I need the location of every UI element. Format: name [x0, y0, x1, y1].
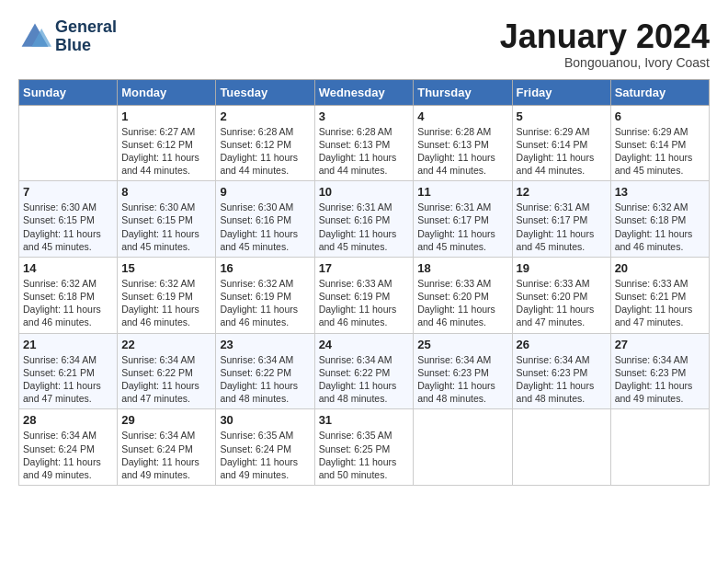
day-number: 29	[121, 413, 211, 427]
day-number: 9	[220, 185, 310, 199]
col-header-tuesday: Tuesday	[216, 79, 314, 105]
cell-info: Sunrise: 6:30 AMSunset: 6:16 PMDaylight:…	[220, 201, 310, 253]
day-number: 8	[121, 185, 211, 199]
day-number: 13	[615, 185, 705, 199]
cell-info: Sunrise: 6:35 AMSunset: 6:25 PMDaylight:…	[319, 429, 410, 481]
week-row-4: 21Sunrise: 6:34 AMSunset: 6:21 PMDayligh…	[19, 333, 710, 409]
cell-info: Sunrise: 6:28 AMSunset: 6:13 PMDaylight:…	[319, 125, 410, 178]
calendar-cell: 17Sunrise: 6:33 AMSunset: 6:19 PMDayligh…	[314, 257, 414, 333]
calendar-cell: 14Sunrise: 6:32 AMSunset: 6:18 PMDayligh…	[19, 257, 118, 333]
calendar-cell: 8Sunrise: 6:30 AMSunset: 6:15 PMDaylight…	[118, 181, 216, 258]
calendar-cell	[414, 409, 512, 486]
cell-info: Sunrise: 6:34 AMSunset: 6:22 PMDaylight:…	[121, 353, 211, 406]
calendar-cell: 27Sunrise: 6:34 AMSunset: 6:23 PMDayligh…	[610, 333, 709, 409]
calendar-cell	[512, 409, 610, 486]
col-header-saturday: Saturday	[610, 79, 709, 105]
calendar-cell: 9Sunrise: 6:30 AMSunset: 6:16 PMDaylight…	[216, 181, 314, 258]
calendar-cell	[610, 409, 709, 486]
cell-info: Sunrise: 6:28 AMSunset: 6:12 PMDaylight:…	[220, 125, 310, 178]
cell-info: Sunrise: 6:33 AMSunset: 6:21 PMDaylight:…	[615, 277, 705, 329]
cell-info: Sunrise: 6:33 AMSunset: 6:20 PMDaylight:…	[517, 277, 607, 329]
day-number: 7	[23, 185, 113, 199]
day-number: 15	[121, 261, 211, 275]
col-header-monday: Monday	[118, 79, 216, 105]
calendar-cell: 25Sunrise: 6:34 AMSunset: 6:23 PMDayligh…	[414, 333, 512, 409]
day-number: 11	[417, 185, 507, 199]
cell-info: Sunrise: 6:34 AMSunset: 6:22 PMDaylight:…	[319, 353, 410, 406]
calendar-cell: 11Sunrise: 6:31 AMSunset: 6:17 PMDayligh…	[414, 181, 512, 258]
cell-info: Sunrise: 6:31 AMSunset: 6:17 PMDaylight:…	[517, 201, 607, 253]
cell-info: Sunrise: 6:34 AMSunset: 6:23 PMDaylight:…	[417, 353, 507, 406]
calendar-cell: 7Sunrise: 6:30 AMSunset: 6:15 PMDaylight…	[19, 181, 118, 258]
cell-info: Sunrise: 6:32 AMSunset: 6:19 PMDaylight:…	[220, 277, 310, 329]
calendar-cell	[19, 105, 118, 181]
day-number: 17	[319, 261, 410, 275]
day-number: 27	[615, 338, 705, 351]
cell-info: Sunrise: 6:28 AMSunset: 6:13 PMDaylight:…	[417, 125, 507, 178]
day-number: 31	[319, 413, 410, 427]
logo-icon	[18, 20, 51, 53]
calendar-cell: 15Sunrise: 6:32 AMSunset: 6:19 PMDayligh…	[118, 257, 216, 333]
week-row-1: 1Sunrise: 6:27 AMSunset: 6:12 PMDaylight…	[19, 105, 710, 181]
day-number: 12	[517, 185, 607, 199]
day-number: 14	[23, 261, 113, 275]
col-header-friday: Friday	[512, 79, 610, 105]
logo: General Blue	[18, 18, 117, 55]
calendar-cell: 21Sunrise: 6:34 AMSunset: 6:21 PMDayligh…	[19, 333, 118, 409]
day-number: 19	[517, 261, 607, 275]
cell-info: Sunrise: 6:29 AMSunset: 6:14 PMDaylight:…	[517, 125, 607, 178]
col-header-thursday: Thursday	[414, 79, 512, 105]
cell-info: Sunrise: 6:33 AMSunset: 6:20 PMDaylight:…	[417, 277, 507, 329]
calendar-cell: 13Sunrise: 6:32 AMSunset: 6:18 PMDayligh…	[610, 181, 709, 258]
cell-info: Sunrise: 6:31 AMSunset: 6:17 PMDaylight:…	[417, 201, 507, 253]
calendar-cell: 16Sunrise: 6:32 AMSunset: 6:19 PMDayligh…	[216, 257, 314, 333]
day-number: 26	[517, 338, 607, 351]
week-row-3: 14Sunrise: 6:32 AMSunset: 6:18 PMDayligh…	[19, 257, 710, 333]
col-header-sunday: Sunday	[19, 79, 118, 105]
day-number: 5	[517, 109, 607, 123]
day-number: 24	[319, 338, 410, 351]
day-number: 18	[417, 261, 507, 275]
cell-info: Sunrise: 6:32 AMSunset: 6:19 PMDaylight:…	[121, 277, 211, 329]
cell-info: Sunrise: 6:32 AMSunset: 6:18 PMDaylight:…	[23, 277, 113, 329]
cell-info: Sunrise: 6:32 AMSunset: 6:18 PMDaylight:…	[615, 201, 705, 253]
week-row-5: 28Sunrise: 6:34 AMSunset: 6:24 PMDayligh…	[19, 409, 710, 486]
day-number: 3	[319, 109, 410, 123]
cell-info: Sunrise: 6:34 AMSunset: 6:21 PMDaylight:…	[23, 353, 113, 406]
calendar-cell: 12Sunrise: 6:31 AMSunset: 6:17 PMDayligh…	[512, 181, 610, 258]
calendar-cell: 24Sunrise: 6:34 AMSunset: 6:22 PMDayligh…	[314, 333, 414, 409]
calendar-cell: 29Sunrise: 6:34 AMSunset: 6:24 PMDayligh…	[118, 409, 216, 486]
day-number: 20	[615, 261, 705, 275]
calendar-cell: 20Sunrise: 6:33 AMSunset: 6:21 PMDayligh…	[610, 257, 709, 333]
location-subtitle: Bongouanou, Ivory Coast	[500, 55, 710, 70]
cell-info: Sunrise: 6:34 AMSunset: 6:22 PMDaylight:…	[220, 353, 310, 406]
week-row-2: 7Sunrise: 6:30 AMSunset: 6:15 PMDaylight…	[19, 181, 710, 258]
logo-line2: Blue	[55, 37, 117, 55]
calendar-cell: 3Sunrise: 6:28 AMSunset: 6:13 PMDaylight…	[314, 105, 414, 181]
calendar-cell: 19Sunrise: 6:33 AMSunset: 6:20 PMDayligh…	[512, 257, 610, 333]
calendar-cell: 1Sunrise: 6:27 AMSunset: 6:12 PMDaylight…	[118, 105, 216, 181]
calendar-cell: 18Sunrise: 6:33 AMSunset: 6:20 PMDayligh…	[414, 257, 512, 333]
calendar-cell: 28Sunrise: 6:34 AMSunset: 6:24 PMDayligh…	[19, 409, 118, 486]
cell-info: Sunrise: 6:30 AMSunset: 6:15 PMDaylight:…	[121, 201, 211, 253]
logo-text: General Blue	[55, 18, 117, 55]
day-number: 28	[23, 413, 113, 427]
cell-info: Sunrise: 6:35 AMSunset: 6:24 PMDaylight:…	[220, 429, 310, 481]
day-number: 6	[615, 109, 705, 123]
col-header-wednesday: Wednesday	[314, 79, 414, 105]
cell-info: Sunrise: 6:33 AMSunset: 6:19 PMDaylight:…	[319, 277, 410, 329]
calendar-cell: 22Sunrise: 6:34 AMSunset: 6:22 PMDayligh…	[118, 333, 216, 409]
day-number: 10	[319, 185, 410, 199]
calendar-cell: 23Sunrise: 6:34 AMSunset: 6:22 PMDayligh…	[216, 333, 314, 409]
cell-info: Sunrise: 6:34 AMSunset: 6:23 PMDaylight:…	[517, 353, 607, 406]
day-number: 23	[220, 338, 310, 351]
logo-line1: General	[55, 18, 117, 37]
calendar-cell: 4Sunrise: 6:28 AMSunset: 6:13 PMDaylight…	[414, 105, 512, 181]
cell-info: Sunrise: 6:34 AMSunset: 6:23 PMDaylight:…	[615, 353, 705, 406]
title-block: January 2024 Bongouanou, Ivory Coast	[500, 18, 710, 70]
cell-info: Sunrise: 6:34 AMSunset: 6:24 PMDaylight:…	[121, 429, 211, 481]
calendar-cell: 5Sunrise: 6:29 AMSunset: 6:14 PMDaylight…	[512, 105, 610, 181]
calendar-cell: 31Sunrise: 6:35 AMSunset: 6:25 PMDayligh…	[314, 409, 414, 486]
day-number: 21	[23, 338, 113, 351]
day-number: 2	[220, 109, 310, 123]
